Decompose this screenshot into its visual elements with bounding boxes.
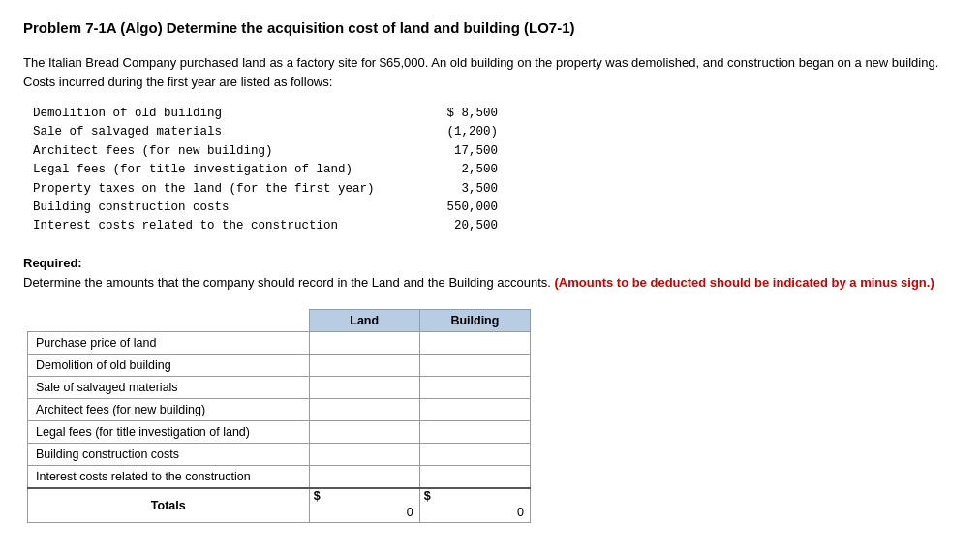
totals-label: Totals [28,488,310,523]
row-label: Purchase price of land [28,332,310,355]
building-input[interactable] [420,333,530,353]
land-input[interactable] [310,422,419,442]
building-total-cell[interactable]: $ [419,488,530,523]
cost-label: Interest costs related to the constructi… [33,217,401,235]
cost-amount: 550,000 [401,199,498,217]
table-row: Architect fees (for new building) [28,399,531,421]
building-input-cell[interactable] [419,444,530,466]
cost-label: Building construction costs [33,199,401,217]
costs-list: Demolition of old building$ 8,500Sale of… [33,105,957,236]
cost-label: Property taxes on the land (for the firs… [33,180,401,199]
cost-row: Sale of salvaged materials(1,200) [33,123,957,141]
cost-amount: 2,500 [401,161,498,179]
building-input[interactable] [420,355,530,375]
building-input-cell[interactable] [419,355,530,377]
building-input-cell[interactable] [419,466,530,489]
cost-amount: (1,200) [401,123,498,141]
land-input[interactable] [310,378,419,397]
row-label: Demolition of old building [28,355,310,377]
row-label: Legal fees (for title investigation of l… [28,421,310,444]
cost-label: Sale of salvaged materials [33,123,401,141]
cost-row: Interest costs related to the constructi… [33,217,957,235]
row-label: Building construction costs [28,444,310,466]
land-input-cell[interactable] [309,377,419,399]
cost-amount: $ 8,500 [401,105,498,123]
land-input[interactable] [310,333,419,353]
land-input[interactable] [310,355,419,375]
building-input[interactable] [420,400,530,419]
table-row: Demolition of old building [28,355,531,377]
cost-amount: 20,500 [401,217,498,235]
building-input-cell[interactable] [419,377,530,399]
land-input-cell[interactable] [309,332,419,355]
land-input-cell[interactable] [309,399,419,421]
land-total-cell[interactable]: $ [309,488,419,523]
cost-label: Architect fees (for new building) [33,142,401,161]
blank-header [28,310,310,332]
required-section: Required: Determine the amounts that the… [23,254,957,294]
land-input[interactable] [310,400,419,419]
land-input[interactable] [310,467,419,486]
cost-row: Property taxes on the land (for the firs… [33,180,957,199]
cost-amount: 3,500 [401,180,498,199]
land-input-cell[interactable] [309,466,419,489]
building-input[interactable] [420,378,530,397]
cost-label: Legal fees (for title investigation of l… [33,161,401,179]
required-bold: (Amounts to be deducted should be indica… [555,275,934,290]
building-input[interactable] [420,445,530,464]
land-input-cell[interactable] [309,444,419,466]
land-input-cell[interactable] [309,355,419,377]
land-input-cell[interactable] [309,421,419,444]
cost-row: Demolition of old building$ 8,500 [33,105,957,123]
cost-row: Legal fees (for title investigation of l… [33,161,957,179]
building-total-input[interactable] [420,503,530,522]
table-row: Legal fees (for title investigation of l… [28,421,531,444]
data-entry-table: Land Building Purchase price of land Dem… [27,309,531,523]
land-header: Land [309,310,419,332]
table-row: Interest costs related to the constructi… [28,466,531,489]
row-label: Sale of salvaged materials [28,377,310,399]
building-input-cell[interactable] [419,399,530,421]
totals-row: Totals $ $ [28,488,531,523]
cost-row: Architect fees (for new building)17,500 [33,142,957,161]
cost-label: Demolition of old building [33,105,401,123]
required-label: Required: [23,256,82,270]
building-header: Building [419,310,530,332]
land-total-input[interactable] [310,503,419,522]
table-row: Sale of salvaged materials [28,377,531,399]
building-input-cell[interactable] [419,332,530,355]
required-text: Determine the amounts that the company s… [23,275,551,290]
row-label: Interest costs related to the constructi… [28,466,310,489]
building-input-cell[interactable] [419,421,530,444]
building-input[interactable] [420,422,530,442]
table-row: Building construction costs [28,444,531,466]
table-row: Purchase price of land [28,332,531,355]
cost-row: Building construction costs550,000 [33,199,957,217]
building-prefix: $ [420,489,431,503]
intro-text: The Italian Bread Company purchased land… [23,53,957,91]
land-prefix: $ [310,489,321,503]
cost-amount: 17,500 [401,142,498,161]
building-input[interactable] [420,467,530,486]
land-input[interactable] [310,445,419,464]
row-label: Architect fees (for new building) [28,399,310,421]
problem-title: Problem 7-1A (Algo) Determine the acquis… [23,19,957,36]
